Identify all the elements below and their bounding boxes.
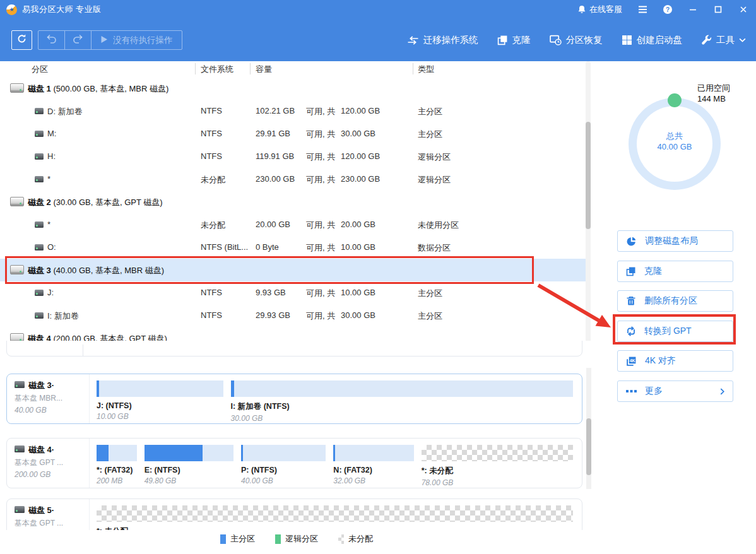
operations-list-button[interactable]	[630, 0, 655, 19]
partition-block[interactable]: I: 新加卷 (NTFS)30.00 GB	[231, 380, 573, 423]
disk-row[interactable]: 磁盘 1 (500.00 GB, 基本盘, MBR 磁盘)	[0, 77, 586, 100]
disk-row[interactable]: 磁盘 3 (40.00 GB, 基本盘, MBR 磁盘)	[0, 259, 586, 281]
partition-block[interactable]: *: 未分配	[97, 505, 573, 530]
delete-partitions-icon	[626, 296, 636, 306]
wrench-icon	[701, 35, 712, 45]
help-icon: ?	[663, 4, 673, 15]
sidebar-button-clone-blue[interactable]: 克隆	[617, 261, 733, 282]
capacity-suffix: 可用, 共	[306, 151, 335, 163]
partition-icon	[35, 290, 44, 296]
partition-block[interactable]: E: (NTFS)49.80 GB	[145, 445, 233, 487]
partition-block[interactable]: *: (FAT32)200 MB	[97, 445, 137, 487]
partition-bar-size: 78.00 GB	[422, 478, 573, 487]
disk-map-panel: 磁盘 3·基本盘 MBR...40.00 GBJ: (NTFS)10.00 GB…	[0, 341, 596, 530]
minimize-icon	[689, 6, 697, 13]
partition-bar-label: N: (FAT32)	[333, 466, 413, 474]
partition-bar-label: J: (NTFS)	[97, 401, 223, 410]
disk-info: (40.00 GB, 基本盘, MBR 磁盘)	[51, 266, 164, 275]
disk-card-bars: *: 未分配	[97, 505, 573, 530]
redo-button[interactable]	[65, 31, 91, 49]
column-type: 类型	[418, 64, 434, 75]
partition-block[interactable]: *: 未分配78.00 GB	[422, 445, 573, 487]
maximize-button[interactable]	[706, 0, 731, 19]
disk-card[interactable]: 磁盘 3·基本盘 MBR...40.00 GBJ: (NTFS)10.00 GB…	[6, 374, 582, 424]
partition-filesystem: NTFS	[201, 106, 252, 115]
sidebar-button-delete-partitions[interactable]: 删除所有分区	[617, 290, 733, 312]
operation-queue-group: 没有待执行操作	[38, 30, 182, 50]
capacity-suffix: 可用, 共	[306, 310, 335, 322]
partition-row[interactable]: M:NTFS29.91 GB可用, 共30.00 GB主分区	[0, 122, 586, 145]
partition-row[interactable]: O:NTFS (BitL...0 Byte可用, 共10.00 GB数据分区	[0, 236, 586, 259]
diskmap-scrollbar-thumb[interactable]	[586, 418, 591, 475]
total-space-label: 总共 40.00 GB	[629, 131, 721, 152]
partition-type: 未使用分区	[418, 220, 459, 231]
partition-available: 29.93 GB	[256, 310, 306, 320]
partition-bar-size: 49.80 GB	[145, 476, 233, 485]
capacity-suffix: 可用, 共	[306, 242, 335, 254]
partition-used-fill	[145, 445, 203, 461]
sidebar-button-more[interactable]: 更多	[617, 380, 733, 402]
partition-bar	[422, 445, 573, 461]
disk-row[interactable]: 磁盘 2 (30.00 GB, 基本盘, GPT 磁盘)	[0, 191, 586, 213]
sidebar-button-disk-layout[interactable]: 调整磁盘布局	[617, 230, 733, 252]
legend-swatch-primary	[220, 534, 226, 544]
chevron-down-icon	[739, 38, 746, 42]
disk-card-type: 基本盘 GPT ...	[15, 518, 81, 529]
partition-block[interactable]: P: (NTFS)40.00 GB	[241, 445, 326, 487]
disk-card[interactable]: 磁盘 4·基本盘 GPT ...200.00 GB*: (FAT32)200 M…	[6, 438, 582, 488]
divider	[89, 439, 90, 488]
partition-table: 磁盘 1 (500.00 GB, 基本盘, MBR 磁盘)D: 新加卷NTFS1…	[0, 77, 586, 365]
convert-gpt-icon	[626, 326, 636, 336]
partition-block[interactable]: N: (FAT32)32.00 GB	[333, 445, 413, 487]
online-support-button[interactable]: 在线客服	[570, 0, 630, 19]
toolbar-action-label: 创建启动盘	[637, 34, 683, 46]
sidebar-button-4k-align[interactable]: 4K4K 对齐	[617, 350, 733, 372]
partition-row[interactable]: J:NTFS9.93 GB可用, 共10.00 GB主分区	[0, 281, 586, 304]
disk-card[interactable]: 磁盘 5·基本盘 GPT ...*: 未分配	[6, 498, 582, 530]
minimize-button[interactable]	[680, 0, 706, 19]
partition-used-fill	[231, 380, 234, 397]
partition-row[interactable]: I: 新加卷NTFS29.93 GB可用, 共30.00 GB主分区	[0, 304, 586, 327]
undo-button[interactable]	[38, 31, 64, 49]
refresh-button[interactable]	[11, 30, 32, 50]
disk-card-label: 磁盘 4·基本盘 GPT ...200.00 GB	[15, 444, 81, 479]
legend-item-unallocated: 未分配	[338, 533, 373, 545]
toolbar-action-migrate-os[interactable]: 迁移操作系统	[407, 34, 478, 46]
partition-row[interactable]: *未分配20.00 GB可用, 共20.00 GB未使用分区	[0, 213, 586, 236]
used-space-dot	[668, 93, 682, 107]
toolbar-action-wrench[interactable]: 工具	[701, 34, 746, 46]
pending-operations-button[interactable]: 没有待执行操作	[92, 35, 182, 46]
sidebar-button-label: 更多	[645, 386, 663, 397]
help-button[interactable]: ?	[655, 0, 680, 19]
toolbar-action-bootable-media[interactable]: 创建启动盘	[622, 34, 683, 46]
partition-row[interactable]: H:NTFS119.91 GB可用, 共120.00 GB逻辑分区	[0, 145, 586, 168]
partition-block[interactable]: J: (NTFS)10.00 GB	[97, 380, 223, 423]
partition-name: *	[47, 174, 50, 184]
column-capacity: 容量	[256, 64, 272, 75]
partition-name: I: 新加卷	[47, 310, 79, 322]
disk-card-bars: J: (NTFS)10.00 GBI: 新加卷 (NTFS)30.00 GB	[97, 380, 573, 423]
close-button[interactable]	[731, 0, 756, 19]
redo-icon	[73, 34, 83, 46]
legend-item-logical: 逻辑分区	[275, 533, 318, 545]
app-window: ★ 易我分区大师 专业版 在线客服 ?	[0, 0, 756, 554]
partition-row[interactable]: *未分配230.00 GB可用, 共230.00 GB逻辑分区	[0, 168, 586, 191]
partition-total: 120.00 GB	[341, 106, 380, 115]
maximize-icon	[714, 6, 722, 13]
sidebar-button-convert-gpt[interactable]: 转换到 GPT	[617, 321, 733, 342]
partition-row[interactable]: D: 新加卷NTFS102.21 GB可用, 共120.00 GB主分区	[0, 100, 586, 122]
partition-name: D: 新加卷	[47, 106, 83, 117]
table-scrollbar-thumb[interactable]	[586, 122, 591, 229]
disk-icon	[15, 506, 25, 513]
table-header: 分区 文件系统 容量 类型	[0, 61, 586, 77]
4k-align-icon: 4K	[626, 356, 637, 367]
toolbar-action-clone[interactable]: 克隆	[497, 34, 531, 46]
partition-icon	[35, 108, 44, 114]
partition-icon	[35, 244, 44, 250]
partition-filesystem: 未分配	[201, 174, 252, 186]
toolbar-action-partition-recovery[interactable]: 分区恢复	[550, 34, 603, 46]
legend-label: 逻辑分区	[285, 533, 318, 545]
app-header: ★ 易我分区大师 专业版 在线客服 ?	[0, 0, 756, 61]
clipped-disk-card	[6, 341, 582, 357]
pending-operations-label: 没有待执行操作	[113, 35, 173, 46]
